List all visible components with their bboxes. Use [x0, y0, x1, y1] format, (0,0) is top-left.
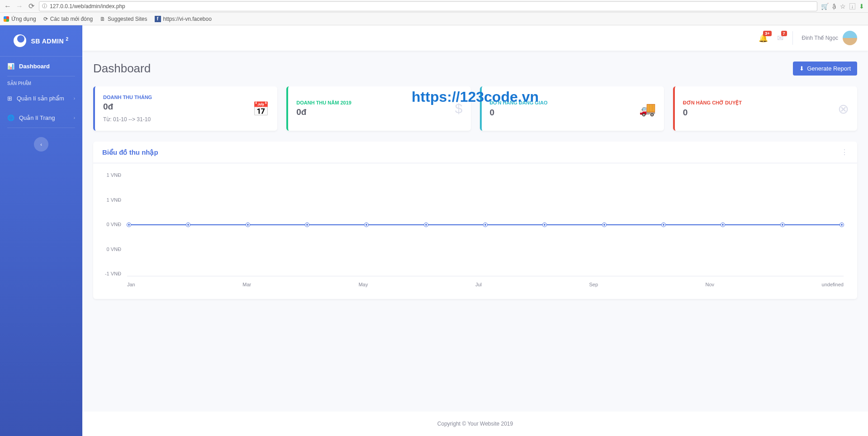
suggested-sites-bookmark[interactable]: 🗎 Suggested Sites: [100, 16, 147, 22]
closed-tabs-bookmark[interactable]: ⟳ Các tab mới đóng: [43, 16, 93, 22]
y-tick: 0 VNĐ: [102, 222, 121, 227]
data-point: [424, 223, 428, 227]
alerts-button[interactable]: 🔔 3+: [759, 33, 768, 43]
x-tick: May: [359, 282, 368, 287]
download-icon: ⬇: [799, 65, 804, 72]
data-point: [840, 223, 844, 227]
data-point: [721, 223, 725, 227]
sidebar: SB ADMIN 2 📊 Dashboard SẢN PHẨM ⊞ Quản l…: [0, 25, 82, 436]
stat-label: DOANH THU NĂM 2019: [296, 100, 351, 105]
suggested-label: Suggested Sites: [108, 16, 147, 22]
star-icon[interactable]: ☆: [840, 3, 846, 10]
chart-area: 1 VNĐ 1 VNĐ 0 VNĐ 0 VNĐ -1 VNĐ: [102, 172, 848, 290]
stat-label: ĐƠN HÀNG ĐANG GIAO: [490, 100, 548, 106]
stat-value: 0đ: [296, 107, 351, 117]
accessibility-icon[interactable]: ậ: [832, 3, 836, 10]
cart-icon[interactable]: 🛒: [821, 3, 829, 10]
products-label: Quản lí sản phẩm: [17, 95, 64, 102]
data-point: [662, 223, 665, 227]
x-tick: Mar: [242, 282, 251, 287]
data-point: [484, 223, 487, 227]
stat-value: 0: [683, 108, 742, 118]
sidebar-item-dashboard[interactable]: 📊 Dashboard: [0, 57, 82, 76]
income-chart-card: Biểu đồ thu nhập ⋮ 1 VNĐ 1 VNĐ 0 VNĐ 0 V…: [93, 142, 857, 299]
download-icon[interactable]: ↓: [849, 3, 856, 9]
data-point: [781, 223, 784, 227]
y-tick: 1 VNĐ: [102, 197, 121, 203]
save-icon[interactable]: ⬇: [859, 3, 864, 10]
nav-section-products: SẢN PHẨM: [0, 76, 82, 89]
apps-label: Ứng dụng: [11, 16, 36, 22]
data-point: [365, 223, 368, 227]
topbar-divider: [792, 31, 793, 45]
user-menu[interactable]: Đinh Thế Ngọc: [802, 31, 857, 45]
dashboard-label: Dashboard: [19, 63, 50, 70]
reload-icon: ⟳: [43, 16, 48, 22]
chevron-right-icon: ›: [74, 115, 75, 120]
plot-area: [127, 172, 844, 276]
messages-button[interactable]: ✉ 7: [777, 33, 783, 43]
browser-forward-button[interactable]: →: [15, 2, 24, 10]
calendar-icon: 📅: [252, 101, 269, 117]
url-bar[interactable]: ⓘ 127.0.0.1/web/admin/index.php: [39, 1, 817, 11]
alert-badge: 3+: [763, 31, 771, 36]
brand-sup: 2: [66, 37, 69, 42]
facebook-bookmark[interactable]: f https://vi-vn.faceboo: [155, 16, 212, 22]
sidebar-toggle-button[interactable]: ‹: [34, 137, 48, 152]
y-tick: -1 VNĐ: [102, 271, 121, 276]
chart-title: Biểu đồ thu nhập: [102, 148, 158, 156]
topbar: 🔔 3+ ✉ 7 Đinh Thế Ngọc: [82, 25, 868, 51]
chart-line: [127, 224, 844, 225]
data-point: [246, 223, 250, 227]
footer: Copyright © Your Website 2019: [82, 412, 868, 436]
chevron-right-icon: ›: [74, 96, 75, 101]
y-axis: 1 VNĐ 1 VNĐ 0 VNĐ 0 VNĐ -1 VNĐ: [102, 172, 125, 276]
info-icon: ⓘ: [42, 3, 47, 9]
stat-card-pending-orders: ĐƠN HÀNG CHỜ DUYỆT 0 ⊗: [673, 86, 857, 131]
grid-icon: ⊞: [7, 95, 12, 102]
data-point: [543, 223, 546, 227]
stat-subtext: Từ: 01-10 --> 31-10: [103, 116, 152, 123]
stat-label: ĐƠN HÀNG CHỜ DUYỆT: [683, 100, 742, 106]
browser-toolbar: ← → ⟳ ⓘ 127.0.0.1/web/admin/index.php 🛒 …: [0, 0, 868, 13]
data-point: [127, 223, 131, 227]
data-point: [305, 223, 309, 227]
page-title: Dashboard: [93, 62, 151, 76]
x-tick: Jul: [475, 282, 482, 287]
dashboard-icon: 📊: [7, 63, 14, 70]
browser-back-button[interactable]: ←: [4, 2, 12, 10]
bookmarks-bar: Ứng dụng ⟳ Các tab mới đóng 🗎 Suggested …: [0, 13, 868, 25]
stat-value: 0: [490, 108, 548, 118]
data-point: [186, 223, 190, 227]
apps-bookmark[interactable]: Ứng dụng: [4, 16, 36, 22]
stat-card-yearly-revenue: DOANH THU NĂM 2019 0đ $: [286, 86, 470, 131]
x-tick: Jan: [127, 282, 135, 287]
cancel-icon: ⊗: [838, 101, 849, 117]
truck-icon: 🚚: [639, 101, 656, 117]
message-badge: 7: [781, 31, 787, 36]
sidebar-item-products[interactable]: ⊞ Quản lí sản phẩm ›: [0, 89, 82, 108]
x-tick: Nov: [706, 282, 715, 287]
globe-icon: 🌐: [7, 114, 14, 121]
report-btn-label: Generate Report: [807, 65, 851, 72]
dollar-icon: $: [455, 101, 463, 116]
sidebar-item-pages[interactable]: 🌐 Quản lí Trang ›: [0, 108, 82, 128]
generate-report-button[interactable]: ⬇ Generate Report: [793, 62, 857, 76]
url-text: 127.0.0.1/web/admin/index.php: [50, 3, 125, 9]
user-avatar: [843, 31, 857, 45]
x-tick: Sep: [589, 282, 598, 287]
sidebar-brand[interactable]: SB ADMIN 2: [0, 25, 82, 57]
stat-card-shipping-orders: ĐƠN HÀNG ĐANG GIAO 0 🚚: [480, 86, 664, 131]
y-tick: 0 VNĐ: [102, 246, 121, 252]
browser-reload-button[interactable]: ⟳: [27, 2, 35, 10]
chart-menu-button[interactable]: ⋮: [841, 148, 848, 156]
fb-label: https://vi-vn.faceboo: [163, 16, 212, 22]
facebook-icon: f: [155, 16, 161, 22]
data-point: [602, 223, 606, 227]
user-name: Đinh Thế Ngọc: [802, 35, 838, 41]
brand-logo-icon: [14, 34, 26, 47]
brand-text: SB ADMIN: [31, 38, 64, 45]
x-axis: Jan Mar May Jul Sep Nov undefined: [127, 279, 844, 290]
y-tick: 1 VNĐ: [102, 172, 121, 178]
x-tick: undefined: [822, 282, 844, 287]
